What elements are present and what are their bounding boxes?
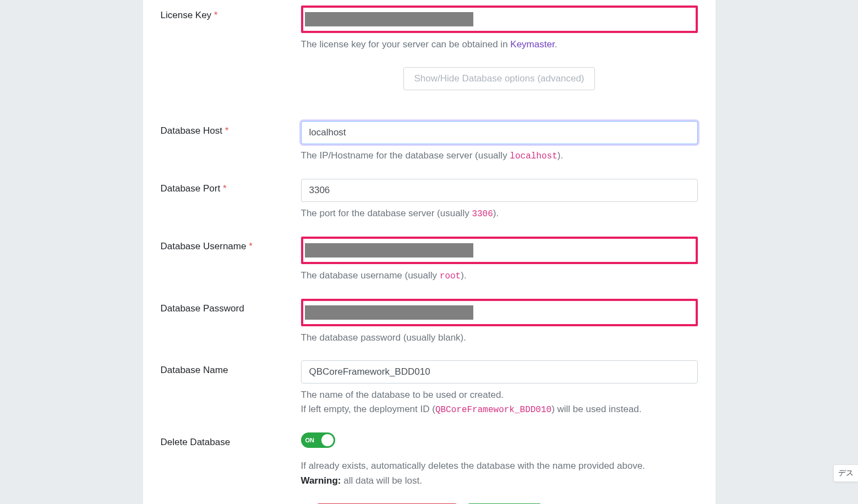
help-code: root bbox=[440, 271, 461, 281]
toggle-knob bbox=[321, 434, 334, 446]
corner-tag[interactable]: デス bbox=[833, 464, 858, 482]
help-text: If already exists, automatically deletes… bbox=[301, 459, 698, 473]
row-db-password: Database Password The database password … bbox=[161, 299, 698, 345]
db-password-input[interactable] bbox=[301, 299, 698, 326]
delete-db-toggle[interactable]: ON bbox=[301, 432, 335, 448]
required-indicator: * bbox=[223, 183, 227, 194]
warning-text: all data will be lost. bbox=[341, 475, 422, 486]
help-text: ) will be used instead. bbox=[551, 404, 641, 414]
help-license-key: The license key for your server can be o… bbox=[301, 37, 698, 52]
db-username-input[interactable] bbox=[301, 237, 698, 264]
label-text: Database Name bbox=[161, 365, 228, 375]
required-indicator: * bbox=[249, 241, 253, 251]
help-text: ). bbox=[558, 150, 563, 161]
row-license-key: License Key * The license key for your s… bbox=[161, 6, 698, 106]
help-text: ). bbox=[493, 208, 499, 218]
toggle-advanced-button[interactable]: Show/Hide Database options (advanced) bbox=[403, 67, 594, 90]
required-indicator: * bbox=[214, 10, 218, 20]
help-code: localhost bbox=[510, 151, 557, 161]
help-text: The port for the database server (usuall… bbox=[301, 208, 472, 218]
help-text: The license key for your server can be o… bbox=[301, 39, 511, 50]
input-col-db-username: The database username (usually root). bbox=[301, 237, 698, 283]
help-text: The database password (usually blank). bbox=[301, 332, 467, 343]
row-db-port: Database Port * 3306 The port for the da… bbox=[161, 179, 698, 221]
input-value: localhost bbox=[309, 127, 346, 138]
label-db-host: Database Host * bbox=[161, 121, 301, 163]
label-text: Database Port bbox=[161, 183, 221, 194]
help-db-username: The database username (usually root). bbox=[301, 269, 698, 283]
help-db-password: The database password (usually blank). bbox=[301, 331, 698, 345]
help-text: The IP/Hostname for the database server … bbox=[301, 150, 510, 161]
row-db-username: Database Username * The database usernam… bbox=[161, 237, 698, 283]
toggle-state: ON bbox=[305, 437, 315, 443]
help-db-host: The IP/Hostname for the database server … bbox=[301, 149, 698, 163]
input-col-db-name: QBCoreFramework_BDD010 The name of the d… bbox=[301, 360, 698, 417]
input-col-db-port: 3306 The port for the database server (u… bbox=[301, 179, 698, 221]
label-text: Database Password bbox=[161, 303, 244, 314]
label-text: Database Host bbox=[161, 125, 222, 136]
input-value: 3306 bbox=[309, 185, 330, 196]
input-col-db-password: The database password (usually blank). bbox=[301, 299, 698, 345]
db-port-input[interactable]: 3306 bbox=[301, 179, 698, 202]
label-license-key: License Key * bbox=[161, 6, 301, 106]
label-delete-db: Delete Database bbox=[161, 432, 301, 488]
license-key-input[interactable] bbox=[301, 6, 698, 33]
help-text: The database username (usually bbox=[301, 270, 440, 281]
row-db-host: Database Host * localhost The IP/Hostnam… bbox=[161, 121, 698, 163]
input-value: QBCoreFramework_BDD010 bbox=[309, 366, 430, 377]
label-db-username: Database Username * bbox=[161, 237, 301, 283]
help-db-port: The port for the database server (usuall… bbox=[301, 206, 698, 221]
help-warning: Warning: all data will be lost. bbox=[301, 474, 698, 488]
required-indicator: * bbox=[225, 125, 229, 136]
label-db-port: Database Port * bbox=[161, 179, 301, 221]
help-text: ). bbox=[461, 270, 466, 281]
help-text: The name of the database to be used or c… bbox=[301, 388, 698, 402]
help-text: If left empty, the deployment ID ( bbox=[301, 404, 435, 414]
help-code: 3306 bbox=[472, 209, 493, 219]
input-col-db-host: localhost The IP/Hostname for the databa… bbox=[301, 121, 698, 163]
row-db-name: Database Name QBCoreFramework_BDD010 The… bbox=[161, 360, 698, 417]
input-col-delete-db: ON If already exists, automatically dele… bbox=[301, 432, 698, 488]
label-text: License Key bbox=[161, 10, 212, 20]
help-text-line2: If left empty, the deployment ID (QBCore… bbox=[301, 402, 698, 417]
redacted-mask bbox=[305, 305, 473, 320]
label-db-name: Database Name bbox=[161, 360, 301, 417]
advanced-toggle-row: Show/Hide Database options (advanced) bbox=[301, 67, 698, 90]
warning-label: Warning: bbox=[301, 475, 341, 486]
input-col-license-key: The license key for your server can be o… bbox=[301, 6, 698, 106]
db-host-input[interactable]: localhost bbox=[301, 121, 698, 144]
help-code: QBCoreFramework_BDD010 bbox=[435, 405, 551, 415]
form-container: License Key * The license key for your s… bbox=[143, 0, 715, 504]
help-db-name: The name of the database to be used or c… bbox=[301, 388, 698, 417]
label-text: Database Username bbox=[161, 241, 247, 251]
help-delete-db: If already exists, automatically deletes… bbox=[301, 459, 698, 488]
keymaster-link[interactable]: Keymaster bbox=[510, 39, 554, 50]
redacted-mask bbox=[305, 243, 473, 258]
redacted-mask bbox=[305, 12, 473, 26]
row-delete-db: Delete Database ON If already exists, au… bbox=[161, 432, 698, 488]
db-name-input[interactable]: QBCoreFramework_BDD010 bbox=[301, 360, 698, 384]
label-db-password: Database Password bbox=[161, 299, 301, 345]
label-text: Delete Database bbox=[161, 437, 231, 447]
help-text: . bbox=[555, 39, 558, 50]
